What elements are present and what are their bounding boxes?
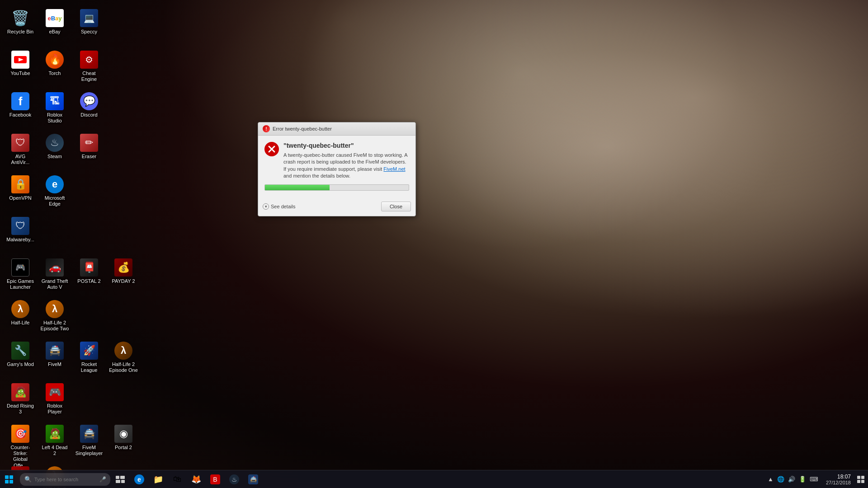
taskbar-brave[interactable]: B (206, 470, 224, 488)
keyboard-icon[interactable]: ⌨ (808, 475, 820, 483)
search-input[interactable] (34, 477, 97, 482)
desktop-icon-postal2[interactable]: 📮 POSTAL 2 (73, 256, 105, 296)
taskbar-time: 18:07 (837, 474, 851, 480)
dialog-title-text: Error twenty-quebec-butter (273, 126, 411, 131)
svg-rect-12 (861, 480, 864, 483)
taskbar-clock[interactable]: 18:07 27/12/2018 (823, 474, 854, 485)
desktop: 🗑️ Recycle Bin eBay eBay 💻 Speccy YouTub… (0, 0, 868, 488)
desktop-icon-epic-games[interactable]: 🎮 Epic Games Launcher (4, 256, 37, 296)
dialog-error-content: "twenty-quebec-butter" A twenty-quebec-b… (283, 142, 409, 180)
desktop-icon-facebook[interactable]: f Facebook (4, 89, 37, 129)
desktop-icon-halflife2ep2[interactable]: λ Half-Life 2 Episode Two (38, 297, 71, 337)
desktop-icons-container: 🗑️ Recycle Bin eBay eBay 💻 Speccy YouTub… (2, 5, 142, 488)
desktop-icon-youtube[interactable]: YouTube (4, 48, 37, 88)
desktop-icon-hl2-ep1[interactable]: λ Half-Life 2 Episode One (107, 339, 140, 379)
dialog-title-icon: ! (263, 125, 270, 132)
fivem-link[interactable]: FiveM.net (383, 166, 405, 172)
desktop-icon-avg[interactable]: 🛡 AVG AntiVir... (4, 131, 37, 171)
dialog-footer: ▾ See details Close (258, 199, 415, 216)
taskbar-search-box[interactable]: 🔍 🎤 (20, 473, 110, 486)
desktop-icon-discord[interactable]: 💬 Discord (73, 89, 105, 129)
desktop-icon-garrys-mod[interactable]: 🔧 Garry's Mod (4, 339, 37, 379)
notification-center-button[interactable] (854, 470, 868, 488)
desktop-icon-microsoft-edge[interactable]: e Microsoft Edge (38, 173, 71, 212)
error-dialog: ! Error twenty-quebec-butter "twenty-que… (258, 122, 416, 216)
taskbar-system-tray: ▲ 🌐 🔊 🔋 ⌨ (763, 470, 823, 488)
svg-rect-8 (121, 480, 125, 483)
desktop-icon-gta[interactable]: 🚗 Grand Theft Auto V (38, 256, 71, 296)
desktop-icon-malwarebytes[interactable]: 🛡 Malwareby... (4, 214, 37, 254)
network-icon[interactable]: 🌐 (776, 475, 786, 483)
svg-rect-6 (120, 476, 125, 479)
desktop-icon-eraser[interactable]: ✏ Eraser (73, 131, 105, 171)
progress-bar-container (264, 184, 409, 191)
svg-rect-10 (861, 476, 864, 479)
volume-icon[interactable]: 🔊 (787, 475, 797, 483)
see-details-arrow-icon: ▾ (263, 203, 269, 210)
taskbar-date: 27/12/2018 (826, 480, 851, 485)
desktop-icon-halflife[interactable]: λ Half-Life (4, 297, 37, 337)
desktop-icon-left4dead2[interactable]: 🧟 Left 4 Dead 2 (38, 422, 71, 462)
dialog-body: "twenty-quebec-butter" A twenty-quebec-b… (258, 136, 415, 199)
desktop-icon-payday2[interactable]: 💰 PAYDAY 2 (107, 256, 140, 296)
svg-rect-5 (116, 476, 119, 479)
desktop-icon-steam[interactable]: ♨ Steam (38, 131, 71, 171)
search-icon: 🔍 (24, 476, 32, 483)
desktop-icon-csgo[interactable]: 🎯 Counter-Strike: Global Offe... (4, 422, 37, 462)
see-details-label: See details (271, 204, 295, 209)
taskbar-apps: e 📁 🛍 🦊 B ♨ 🚔 (128, 470, 763, 488)
desktop-icon-torch[interactable]: 🔥 Torch (38, 48, 71, 88)
desktop-icon-roblox-studio[interactable]: 🏗 Roblox Studio (38, 89, 71, 129)
dialog-error-message: A twenty-quebec-butter caused FiveM to s… (283, 152, 409, 180)
desktop-icon-recycle-bin[interactable]: 🗑️ Recycle Bin (4, 6, 37, 46)
desktop-icon-portal2[interactable]: ◉ Portal 2 (107, 422, 140, 462)
battery-icon[interactable]: 🔋 (797, 475, 807, 483)
see-details-button[interactable]: ▾ See details (263, 203, 295, 210)
desktop-icon-fivem[interactable]: 🚔 FiveM (38, 339, 71, 379)
taskbar-store[interactable]: 🛍 (168, 470, 186, 488)
taskbar-steam[interactable]: ♨ (225, 470, 243, 488)
desktop-icon-cheat-engine[interactable]: ⚙ Cheat Engine (73, 48, 105, 88)
error-icon (264, 142, 279, 156)
taskbar-firefox[interactable]: 🦊 (187, 470, 205, 488)
desktop-icon-rocket-league[interactable]: 🚀 Rocket League (73, 339, 105, 379)
desktop-icon-ebay[interactable]: eBay eBay (38, 6, 71, 46)
desktop-icon-dead-rising[interactable]: 🧟 Dead Rising 3 (4, 380, 37, 420)
svg-rect-9 (857, 476, 860, 479)
desktop-icon-speccy[interactable]: 💻 Speccy (73, 6, 105, 46)
windows-start-icon (5, 475, 13, 483)
microphone-icon[interactable]: 🎤 (99, 476, 106, 483)
start-button[interactable] (0, 470, 18, 488)
progress-bar-fill (265, 185, 330, 190)
desktop-icon-roblox-player[interactable]: 🎮 Roblox Player (38, 380, 71, 420)
dialog-error-row: "twenty-quebec-butter" A twenty-quebec-b… (264, 142, 409, 180)
task-view-button[interactable] (112, 470, 128, 488)
close-button[interactable]: Close (381, 202, 411, 211)
svg-rect-7 (116, 480, 120, 483)
taskbar-edge[interactable]: e (130, 470, 148, 488)
dialog-titlebar: ! Error twenty-quebec-butter (258, 122, 415, 136)
dialog-error-name: "twenty-quebec-butter" (283, 142, 409, 149)
taskbar-fivem[interactable]: 🚔 (244, 470, 262, 488)
desktop-icon-fivem-sp[interactable]: 🚔 FiveM Singleplayer (73, 422, 105, 462)
taskbar-explorer[interactable]: 📁 (149, 470, 167, 488)
show-hidden-icons[interactable]: ▲ (766, 475, 775, 483)
svg-rect-11 (857, 480, 860, 483)
desktop-icon-openvpn[interactable]: 🔒 OpenVPN (4, 173, 37, 212)
taskbar: 🔍 🎤 e 📁 🛍 🦊 (0, 470, 868, 488)
